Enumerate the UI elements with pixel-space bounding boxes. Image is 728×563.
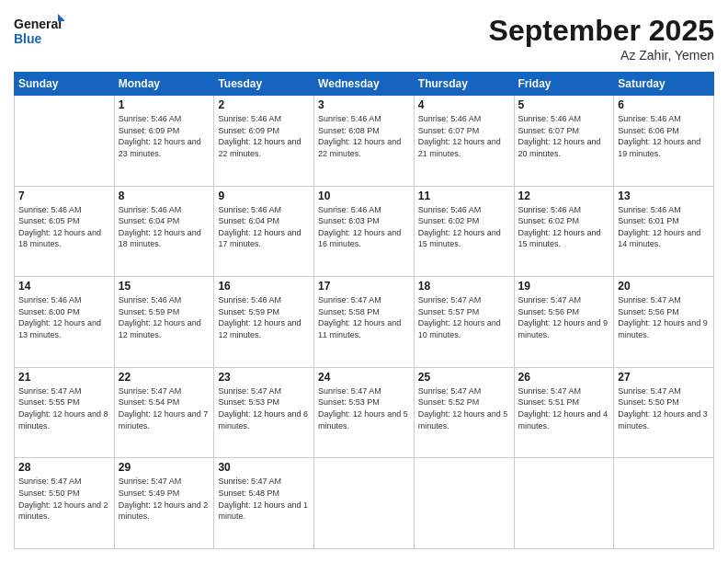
header-sunday: Sunday <box>15 73 115 96</box>
day-number: 20 <box>618 280 710 293</box>
table-cell: 15 Sunrise: 5:46 AM Sunset: 5:59 PM Dayl… <box>114 277 214 368</box>
week-row-2: 7 Sunrise: 5:46 AM Sunset: 6:05 PM Dayli… <box>15 186 714 277</box>
table-cell: 1 Sunrise: 5:46 AM Sunset: 6:09 PM Dayli… <box>114 96 214 187</box>
day-info: Sunrise: 5:46 AM Sunset: 6:01 PM Dayligh… <box>618 204 710 250</box>
day-info: Sunrise: 5:46 AM Sunset: 6:05 PM Dayligh… <box>18 204 110 250</box>
table-cell: 13 Sunrise: 5:46 AM Sunset: 6:01 PM Dayl… <box>614 186 714 277</box>
day-info: Sunrise: 5:46 AM Sunset: 6:09 PM Dayligh… <box>218 113 310 159</box>
day-number: 4 <box>418 98 510 111</box>
day-number: 7 <box>18 190 110 202</box>
table-cell: 17 Sunrise: 5:47 AM Sunset: 5:58 PM Dayl… <box>314 277 415 368</box>
svg-text:General: General <box>14 17 62 31</box>
day-number: 22 <box>119 371 210 384</box>
table-cell: 8 Sunrise: 5:46 AM Sunset: 6:04 PM Dayli… <box>114 186 214 277</box>
day-number: 6 <box>618 98 710 111</box>
day-number: 24 <box>318 371 410 384</box>
day-info: Sunrise: 5:47 AM Sunset: 5:56 PM Dayligh… <box>618 294 710 340</box>
day-number: 26 <box>518 371 610 384</box>
day-info: Sunrise: 5:47 AM Sunset: 5:53 PM Dayligh… <box>318 385 410 431</box>
header-monday: Monday <box>114 73 214 96</box>
day-number: 25 <box>418 371 510 384</box>
day-number: 1 <box>119 98 210 111</box>
table-cell: 22 Sunrise: 5:47 AM Sunset: 5:54 PM Dayl… <box>114 367 214 458</box>
day-info: Sunrise: 5:46 AM Sunset: 6:03 PM Dayligh… <box>318 204 410 250</box>
day-number: 28 <box>18 461 110 474</box>
day-info: Sunrise: 5:47 AM Sunset: 5:50 PM Dayligh… <box>618 385 710 431</box>
table-cell <box>614 458 714 549</box>
day-info: Sunrise: 5:47 AM Sunset: 5:51 PM Dayligh… <box>518 385 610 431</box>
day-number: 5 <box>518 98 610 111</box>
week-row-4: 21 Sunrise: 5:47 AM Sunset: 5:55 PM Dayl… <box>15 367 714 458</box>
day-info: Sunrise: 5:46 AM Sunset: 6:08 PM Dayligh… <box>318 113 410 159</box>
day-info: Sunrise: 5:46 AM Sunset: 6:04 PM Dayligh… <box>119 204 210 250</box>
day-number: 12 <box>518 190 610 202</box>
title-block: September 2025 Az Zahir, Yemen <box>489 14 714 63</box>
day-number: 18 <box>418 280 510 293</box>
day-info: Sunrise: 5:47 AM Sunset: 5:48 PM Dayligh… <box>218 476 310 522</box>
day-info: Sunrise: 5:46 AM Sunset: 6:06 PM Dayligh… <box>618 113 710 159</box>
day-number: 2 <box>218 98 310 111</box>
day-number: 9 <box>218 190 310 202</box>
table-cell: 14 Sunrise: 5:46 AM Sunset: 6:00 PM Dayl… <box>15 277 115 368</box>
table-cell: 3 Sunrise: 5:46 AM Sunset: 6:08 PM Dayli… <box>314 96 415 187</box>
table-cell: 23 Sunrise: 5:47 AM Sunset: 5:53 PM Dayl… <box>214 367 314 458</box>
table-cell: 24 Sunrise: 5:47 AM Sunset: 5:53 PM Dayl… <box>314 367 415 458</box>
header-thursday: Thursday <box>414 73 514 96</box>
table-cell: 26 Sunrise: 5:47 AM Sunset: 5:51 PM Dayl… <box>514 367 614 458</box>
table-cell: 7 Sunrise: 5:46 AM Sunset: 6:05 PM Dayli… <box>15 186 115 277</box>
day-number: 3 <box>318 98 410 111</box>
table-cell: 12 Sunrise: 5:46 AM Sunset: 6:02 PM Dayl… <box>514 186 614 277</box>
table-cell: 20 Sunrise: 5:47 AM Sunset: 5:56 PM Dayl… <box>614 277 714 368</box>
table-cell: 6 Sunrise: 5:46 AM Sunset: 6:06 PM Dayli… <box>614 96 714 187</box>
week-row-3: 14 Sunrise: 5:46 AM Sunset: 6:00 PM Dayl… <box>15 277 714 368</box>
table-cell <box>314 458 415 549</box>
calendar-table: Sunday Monday Tuesday Wednesday Thursday… <box>14 72 714 549</box>
day-number: 16 <box>218 280 310 293</box>
header-friday: Friday <box>514 73 614 96</box>
day-number: 10 <box>318 190 410 202</box>
header-tuesday: Tuesday <box>214 73 314 96</box>
table-cell: 25 Sunrise: 5:47 AM Sunset: 5:52 PM Dayl… <box>414 367 514 458</box>
day-number: 8 <box>119 190 210 202</box>
day-info: Sunrise: 5:46 AM Sunset: 6:00 PM Dayligh… <box>18 294 110 340</box>
day-info: Sunrise: 5:47 AM Sunset: 5:53 PM Dayligh… <box>218 385 310 431</box>
day-info: Sunrise: 5:46 AM Sunset: 6:07 PM Dayligh… <box>418 113 510 159</box>
day-number: 27 <box>618 371 710 384</box>
header: General Blue September 2025 Az Zahir, Ye… <box>14 14 714 63</box>
table-cell: 5 Sunrise: 5:46 AM Sunset: 6:07 PM Dayli… <box>514 96 614 187</box>
day-info: Sunrise: 5:47 AM Sunset: 5:49 PM Dayligh… <box>119 476 210 522</box>
table-cell: 10 Sunrise: 5:46 AM Sunset: 6:03 PM Dayl… <box>314 186 415 277</box>
table-cell <box>15 96 115 187</box>
day-info: Sunrise: 5:46 AM Sunset: 5:59 PM Dayligh… <box>218 294 310 340</box>
day-number: 14 <box>18 280 110 293</box>
day-number: 13 <box>618 190 710 202</box>
table-cell <box>514 458 614 549</box>
day-number: 15 <box>119 280 210 293</box>
day-info: Sunrise: 5:47 AM Sunset: 5:54 PM Dayligh… <box>119 385 210 431</box>
day-number: 30 <box>218 461 310 474</box>
day-info: Sunrise: 5:47 AM Sunset: 5:56 PM Dayligh… <box>518 294 610 340</box>
day-number: 19 <box>518 280 610 293</box>
month-title: September 2025 <box>489 14 714 48</box>
page: General Blue September 2025 Az Zahir, Ye… <box>0 0 728 563</box>
day-number: 29 <box>119 461 210 474</box>
header-wednesday: Wednesday <box>314 73 415 96</box>
table-cell <box>414 458 514 549</box>
logo: General Blue <box>14 14 64 47</box>
table-cell: 11 Sunrise: 5:46 AM Sunset: 6:02 PM Dayl… <box>414 186 514 277</box>
table-cell: 4 Sunrise: 5:46 AM Sunset: 6:07 PM Dayli… <box>414 96 514 187</box>
day-info: Sunrise: 5:47 AM Sunset: 5:52 PM Dayligh… <box>418 385 510 431</box>
svg-text:Blue: Blue <box>14 31 42 46</box>
day-info: Sunrise: 5:46 AM Sunset: 6:02 PM Dayligh… <box>518 204 610 250</box>
logo-svg: General Blue <box>14 14 64 47</box>
day-number: 17 <box>318 280 410 293</box>
day-number: 21 <box>18 371 110 384</box>
svg-marker-2 <box>58 14 64 21</box>
table-cell: 18 Sunrise: 5:47 AM Sunset: 5:57 PM Dayl… <box>414 277 514 368</box>
calendar-header-row: Sunday Monday Tuesday Wednesday Thursday… <box>15 73 714 96</box>
table-cell: 28 Sunrise: 5:47 AM Sunset: 5:50 PM Dayl… <box>15 458 115 549</box>
table-cell: 30 Sunrise: 5:47 AM Sunset: 5:48 PM Dayl… <box>214 458 314 549</box>
table-cell: 2 Sunrise: 5:46 AM Sunset: 6:09 PM Dayli… <box>214 96 314 187</box>
day-number: 23 <box>218 371 310 384</box>
day-info: Sunrise: 5:47 AM Sunset: 5:57 PM Dayligh… <box>418 294 510 340</box>
